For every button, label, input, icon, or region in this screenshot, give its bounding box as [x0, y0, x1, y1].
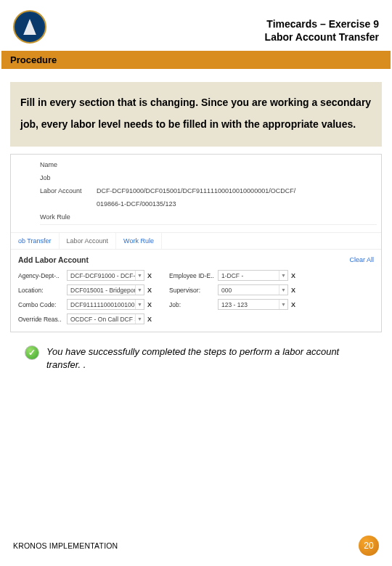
tab-job-transfer[interactable]: ob Transfer: [11, 233, 60, 249]
employee-id-select[interactable]: 1-DCF - ▼: [218, 270, 288, 281]
supervisor-select[interactable]: 000 ▼: [218, 284, 288, 295]
title-line-1: Timecards – Exercise 9: [265, 17, 379, 30]
agency-dept-label: Agency-Dept-..: [18, 272, 64, 279]
state-seal-logo: [13, 10, 46, 44]
procedure-bar: Procedure: [1, 51, 391, 69]
transfer-details: Name Job Labor Account DCF-DCF91000/DCF0…: [11, 155, 381, 232]
clear-field-icon[interactable]: X: [291, 301, 300, 308]
labor-account-form: Agency-Dept-.. DCF-DCF91000 - DCF-Dep.. …: [11, 268, 381, 332]
clear-all-link[interactable]: Clear All: [349, 256, 374, 263]
title-line-2: Labor Account Transfer: [265, 30, 379, 44]
footer: KRONOS IMPLEMENTATION 20: [0, 536, 392, 556]
title-block: Timecards – Exercise 9 Labor Account Tra…: [265, 10, 379, 44]
clear-field-icon[interactable]: X: [147, 316, 156, 323]
combo-code-label: Combo Code:: [18, 301, 64, 308]
chevron-down-icon: ▼: [279, 285, 287, 295]
employee-id-label: Employee ID-E..: [169, 272, 215, 279]
chevron-down-icon: ▼: [135, 314, 144, 324]
instruction-text: Fill in every section that is changing. …: [10, 82, 382, 147]
labor-account-value-cont: 019866-1-DCF/000135/123: [97, 200, 176, 208]
success-message: ✓ You have successfully completed the st…: [25, 345, 372, 372]
clear-field-icon[interactable]: X: [147, 272, 156, 279]
divider: [40, 224, 377, 225]
chevron-down-icon: ▼: [279, 300, 287, 309]
clear-field-icon[interactable]: X: [147, 287, 156, 294]
labor-account-label: Labor Account: [40, 187, 97, 194]
combo-code-select[interactable]: DCF911111000100100.. ▼: [67, 299, 144, 310]
chevron-down-icon: ▼: [135, 285, 144, 295]
location-label: Location:: [18, 287, 64, 294]
chevron-down-icon: ▼: [135, 271, 144, 280]
transfer-tabs: ob Transfer Labor Account Work Rule: [11, 232, 381, 250]
section-title: Add Labor Account: [18, 255, 89, 264]
override-reason-label: Override Reas..: [18, 316, 64, 323]
clear-field-icon[interactable]: X: [291, 287, 300, 294]
chevron-down-icon: ▼: [135, 300, 144, 309]
section-header: Add Labor Account Clear All: [11, 250, 381, 268]
success-text: You have successfully completed the step…: [46, 345, 372, 372]
agency-dept-select[interactable]: DCF-DCF91000 - DCF-Dep.. ▼: [67, 270, 144, 281]
tab-labor-account[interactable]: Labor Account: [60, 233, 117, 249]
supervisor-label: Supervisor:: [169, 287, 215, 294]
location-select[interactable]: DCF015001 - Bridgeport .. ▼: [67, 284, 144, 295]
job-label: Job: [40, 174, 97, 181]
labor-account-value: DCF-DCF91000/DCF015001/DCF91111100010010…: [97, 187, 295, 194]
page-number-badge: 20: [359, 536, 379, 556]
check-circle-icon: ✓: [25, 345, 39, 360]
work-rule-label: Work Rule: [40, 213, 97, 221]
screenshot-panel: Name Job Labor Account DCF-DCF91000/DCF0…: [10, 154, 382, 332]
tab-work-rule[interactable]: Work Rule: [116, 233, 162, 249]
clear-field-icon[interactable]: X: [147, 301, 156, 308]
chevron-down-icon: ▼: [279, 271, 287, 280]
header: Timecards – Exercise 9 Labor Account Tra…: [0, 0, 392, 51]
clear-field-icon[interactable]: X: [291, 272, 300, 279]
name-label: Name: [40, 161, 97, 168]
job-select[interactable]: 123 - 123 ▼: [218, 299, 288, 310]
job-select-label: Job:: [169, 301, 215, 308]
footer-text: KRONOS IMPLEMENTATION: [13, 541, 118, 550]
override-reason-select[interactable]: OCDCF - On Call DCF Sta.. ▼: [67, 313, 144, 324]
